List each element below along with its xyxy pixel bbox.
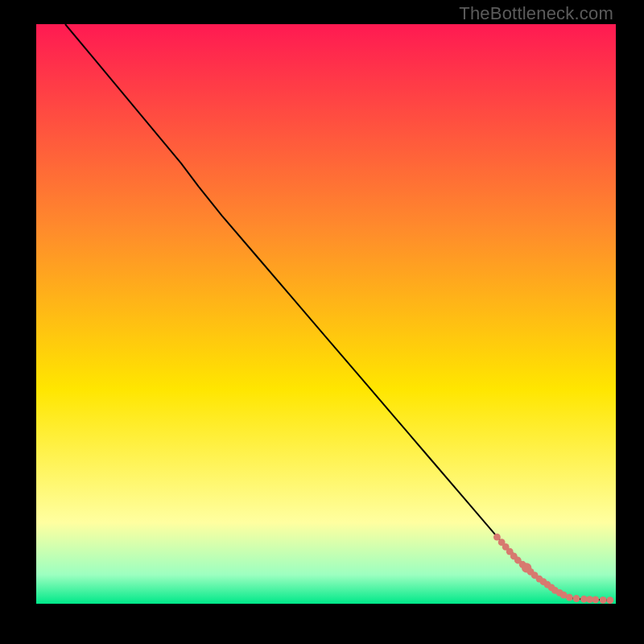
scatter-point bbox=[606, 597, 613, 604]
watermark-label: TheBottleneck.com bbox=[459, 3, 613, 24]
scatter-point bbox=[573, 595, 580, 602]
chart-svg bbox=[36, 24, 616, 604]
plot-area bbox=[36, 24, 616, 604]
scatter-point bbox=[600, 597, 607, 604]
scatter-point bbox=[566, 594, 573, 601]
scatter-point bbox=[592, 597, 599, 604]
chart-stage: TheBottleneck.com bbox=[0, 0, 644, 644]
gradient-background bbox=[36, 24, 616, 604]
